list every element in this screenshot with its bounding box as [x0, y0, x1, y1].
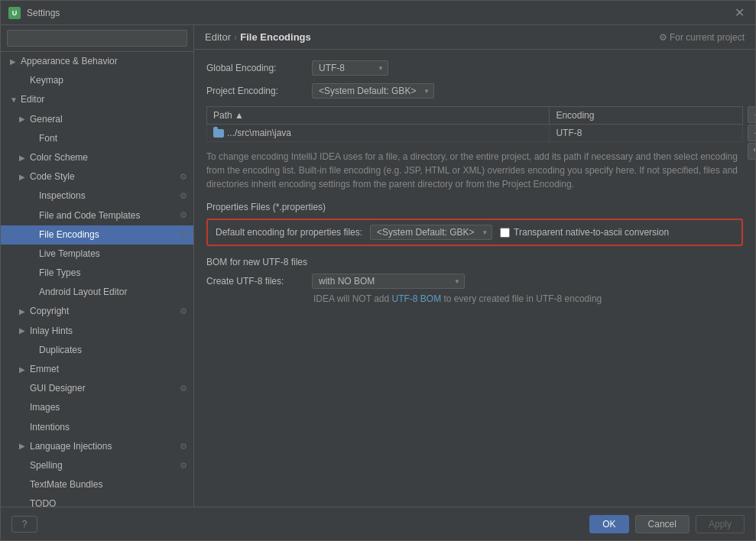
sidebar-item-live-templates[interactable]: Live Templates	[1, 245, 193, 264]
sidebar-item-copyright[interactable]: ▶Copyright⚙	[1, 302, 193, 321]
search-input[interactable]	[7, 30, 187, 47]
tree-arrow-inlay-hints: ▶	[19, 325, 27, 337]
encoding-cell: UTF-8	[550, 125, 743, 142]
bom-note: IDEA will NOT add UTF-8 BOM to every cre…	[206, 293, 743, 304]
sidebar-item-keymap[interactable]: Keymap	[1, 71, 193, 90]
content-area: ▶Appearance & BehaviorKeymap▼Editor▶Gene…	[1, 25, 755, 507]
folder-icon	[213, 129, 224, 138]
sidebar-item-intentions[interactable]: Intentions	[1, 418, 193, 437]
gear-icon-file-encodings: ⚙	[180, 228, 187, 241]
global-encoding-dropdown-wrap: UTF-8 UTF-16 ISO-8859-1	[312, 60, 388, 76]
project-encoding-label: Project Encoding:	[206, 86, 306, 96]
sidebar-item-code-style[interactable]: ▶Code Style⚙	[1, 167, 193, 186]
close-button[interactable]: ✕	[732, 5, 748, 20]
tree-arrow-color-scheme: ▶	[19, 152, 27, 164]
edit-encoding-button[interactable]: ✎	[748, 143, 755, 160]
sidebar-item-duplicates[interactable]: Duplicates	[1, 341, 193, 360]
tree-arrow-language-injections: ▶	[19, 440, 27, 452]
properties-encoding-dropdown-wrap: <System Default: GBK> UTF-8 ISO-8859-1	[370, 225, 492, 240]
gear-icon-inspections: ⚙	[180, 190, 187, 203]
sidebar-item-label-inspections: Inspections	[39, 189, 86, 203]
breadcrumb-current: File Encodings	[240, 31, 310, 43]
tree-arrow-emmet: ▶	[19, 364, 27, 376]
sidebar-item-label-intentions: Intentions	[30, 420, 70, 435]
sidebar-item-label-duplicates: Duplicates	[39, 343, 82, 358]
encoding-column-header: Encoding	[550, 107, 743, 125]
properties-highlighted-box: Default encoding for properties files: <…	[206, 219, 743, 246]
bom-create-row: Create UTF-8 files: with NO BOM with BOM…	[206, 274, 743, 289]
sidebar-item-label-editor: Editor	[21, 92, 44, 107]
tree-arrow-code-style: ▶	[19, 171, 27, 183]
for-project-label: ⚙ For current project	[659, 32, 745, 43]
transparent-conversion-checkbox[interactable]	[500, 228, 510, 238]
sidebar-item-todo[interactable]: TODO	[1, 494, 193, 507]
apply-button[interactable]: Apply	[696, 515, 745, 533]
remove-encoding-button[interactable]: −	[748, 125, 755, 141]
bom-create-dropdown-wrap: with NO BOM with BOM with BOM (macOS) wi…	[312, 274, 465, 289]
main-content: Global Encoding: UTF-8 UTF-16 ISO-8859-1…	[194, 50, 755, 507]
sidebar-item-label-appearance-behavior: Appearance & Behavior	[21, 54, 118, 69]
sidebar-item-android-layout-editor[interactable]: Android Layout Editor	[1, 283, 193, 302]
table-row[interactable]: .../src\main\java UTF-8	[207, 125, 743, 142]
sidebar-item-label-textmate-bundles: TextMate Bundles	[30, 478, 102, 492]
sidebar-item-label-file-code-templates: File and Code Templates	[39, 209, 141, 223]
dialog-title: Settings	[27, 8, 732, 18]
sidebar-item-color-scheme[interactable]: ▶Color Scheme	[1, 148, 193, 167]
tree-arrow-editor: ▼	[10, 94, 18, 106]
create-utf8-label: Create UTF-8 files:	[206, 276, 306, 287]
project-encoding-row: Project Encoding: <System Default: GBK> …	[206, 83, 743, 99]
sidebar-item-textmate-bundles[interactable]: TextMate Bundles	[1, 475, 193, 494]
properties-encoding-select[interactable]: <System Default: GBK> UTF-8 ISO-8859-1	[370, 225, 492, 240]
sidebar-item-label-android-layout-editor: Android Layout Editor	[39, 285, 127, 300]
tree-arrow-copyright: ▶	[19, 306, 27, 318]
sidebar-item-spelling[interactable]: Spelling⚙	[1, 456, 193, 475]
bom-note-suffix: to every created file in UTF-8 encoding	[441, 293, 602, 304]
sidebar-item-editor[interactable]: ▼Editor	[1, 90, 193, 109]
title-bar: U Settings ✕	[1, 1, 755, 25]
sidebar-item-label-live-templates: Live Templates	[39, 247, 100, 261]
global-encoding-select[interactable]: UTF-8 UTF-16 ISO-8859-1	[312, 60, 388, 76]
sidebar-item-inspections[interactable]: Inspections⚙	[1, 186, 193, 206]
path-column-header: Path ▲	[207, 107, 550, 125]
sidebar-item-file-encodings[interactable]: File Encodings⚙	[1, 225, 193, 245]
sidebar-item-gui-designer[interactable]: GUI Designer⚙	[1, 379, 193, 398]
sidebar-item-label-inlay-hints: Inlay Hints	[30, 324, 73, 339]
bom-note-prefix: IDEA will NOT add	[313, 293, 391, 304]
utf8-bom-link[interactable]: UTF-8 BOM	[391, 293, 441, 304]
sidebar-item-general[interactable]: ▶General	[1, 110, 193, 129]
gear-icon-code-style: ⚙	[180, 170, 187, 184]
sidebar-item-label-file-types: File Types	[39, 266, 80, 280]
sidebar-item-language-injections[interactable]: ▶Language Injections⚙	[1, 437, 193, 456]
sidebar-item-label-copyright: Copyright	[30, 304, 69, 319]
breadcrumb-separator: ›	[234, 31, 237, 43]
gear-icon-file-code-templates: ⚙	[180, 209, 187, 222]
gear-icon-gui-designer: ⚙	[180, 382, 187, 396]
sidebar-item-label-emmet: Emmet	[30, 362, 59, 377]
sidebar-item-font[interactable]: Font	[1, 129, 193, 148]
sidebar-item-label-images: Images	[30, 400, 60, 415]
sidebar-item-inlay-hints[interactable]: ▶Inlay Hints	[1, 322, 193, 341]
sidebar-item-label-todo: TODO	[30, 497, 56, 507]
encoding-table-wrapper: Path ▲ Encoding .../src\main\java	[206, 106, 743, 142]
gear-icon-copyright: ⚙	[180, 305, 187, 319]
add-encoding-button[interactable]: +	[748, 106, 755, 123]
properties-section: Properties Files (*.properties) Default …	[206, 202, 743, 246]
sidebar-item-appearance-behavior[interactable]: ▶Appearance & Behavior	[1, 52, 193, 71]
global-encoding-label: Global Encoding:	[206, 63, 306, 73]
help-button[interactable]: ?	[11, 516, 37, 533]
sidebar-item-file-code-templates[interactable]: File and Code Templates⚙	[1, 206, 193, 225]
default-encoding-label: Default encoding for properties files:	[216, 227, 362, 238]
sidebar-item-file-types[interactable]: File Types	[1, 264, 193, 283]
info-text: To change encoding IntelliJ IDEA uses fo…	[206, 150, 743, 191]
bom-create-select[interactable]: with NO BOM with BOM with BOM (macOS) wi…	[312, 274, 465, 289]
settings-dialog: U Settings ✕ ▶Appearance & BehaviorKeyma…	[0, 0, 756, 541]
tree-arrow-general: ▶	[19, 113, 27, 125]
project-encoding-select[interactable]: <System Default: GBK> UTF-8	[312, 83, 434, 99]
cancel-button[interactable]: Cancel	[635, 515, 689, 533]
ok-button[interactable]: OK	[589, 515, 628, 533]
transparent-conversion-label[interactable]: Transparent native-to-ascii conversion	[500, 227, 669, 238]
sidebar-item-images[interactable]: Images	[1, 398, 193, 417]
sidebar-item-emmet[interactable]: ▶Emmet	[1, 360, 193, 379]
sidebar-item-label-language-injections: Language Injections	[30, 439, 112, 454]
breadcrumb-parent: Editor	[205, 31, 231, 43]
